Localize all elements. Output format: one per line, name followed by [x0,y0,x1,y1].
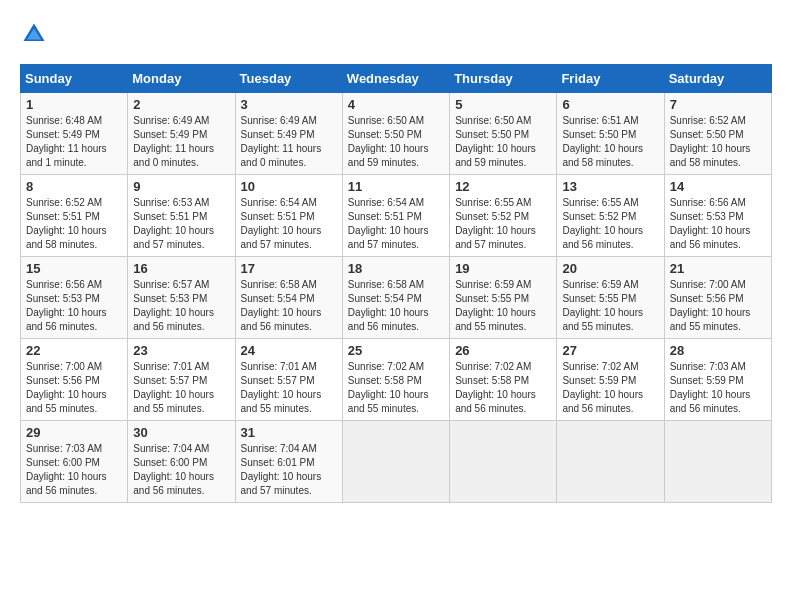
day-number: 12 [455,179,551,194]
day-info: Sunrise: 6:51 AM Sunset: 5:50 PM Dayligh… [562,114,658,170]
day-number: 23 [133,343,229,358]
day-number: 22 [26,343,122,358]
calendar-cell: 28 Sunrise: 7:03 AM Sunset: 5:59 PM Dayl… [664,339,771,421]
day-info: Sunrise: 6:54 AM Sunset: 5:51 PM Dayligh… [241,196,337,252]
day-info: Sunrise: 7:03 AM Sunset: 5:59 PM Dayligh… [670,360,766,416]
day-number: 2 [133,97,229,112]
calendar-cell: 3 Sunrise: 6:49 AM Sunset: 5:49 PM Dayli… [235,93,342,175]
calendar-cell: 17 Sunrise: 6:58 AM Sunset: 5:54 PM Dayl… [235,257,342,339]
calendar-cell: 4 Sunrise: 6:50 AM Sunset: 5:50 PM Dayli… [342,93,449,175]
day-number: 25 [348,343,444,358]
calendar-cell: 1 Sunrise: 6:48 AM Sunset: 5:49 PM Dayli… [21,93,128,175]
day-info: Sunrise: 6:57 AM Sunset: 5:53 PM Dayligh… [133,278,229,334]
day-info: Sunrise: 7:02 AM Sunset: 5:58 PM Dayligh… [348,360,444,416]
calendar-week-row: 29 Sunrise: 7:03 AM Sunset: 6:00 PM Dayl… [21,421,772,503]
calendar-cell: 20 Sunrise: 6:59 AM Sunset: 5:55 PM Dayl… [557,257,664,339]
day-info: Sunrise: 6:58 AM Sunset: 5:54 PM Dayligh… [241,278,337,334]
day-info: Sunrise: 6:55 AM Sunset: 5:52 PM Dayligh… [455,196,551,252]
day-number: 27 [562,343,658,358]
day-info: Sunrise: 6:56 AM Sunset: 5:53 PM Dayligh… [26,278,122,334]
day-info: Sunrise: 7:02 AM Sunset: 5:58 PM Dayligh… [455,360,551,416]
calendar-cell: 15 Sunrise: 6:56 AM Sunset: 5:53 PM Dayl… [21,257,128,339]
day-info: Sunrise: 7:01 AM Sunset: 5:57 PM Dayligh… [133,360,229,416]
day-number: 1 [26,97,122,112]
day-number: 11 [348,179,444,194]
day-info: Sunrise: 6:55 AM Sunset: 5:52 PM Dayligh… [562,196,658,252]
day-number: 19 [455,261,551,276]
calendar-cell [557,421,664,503]
calendar-cell: 12 Sunrise: 6:55 AM Sunset: 5:52 PM Dayl… [450,175,557,257]
calendar-header-row: SundayMondayTuesdayWednesdayThursdayFrid… [21,65,772,93]
calendar-cell: 16 Sunrise: 6:57 AM Sunset: 5:53 PM Dayl… [128,257,235,339]
day-info: Sunrise: 6:50 AM Sunset: 5:50 PM Dayligh… [455,114,551,170]
logo [20,20,52,48]
day-info: Sunrise: 6:49 AM Sunset: 5:49 PM Dayligh… [241,114,337,170]
day-number: 20 [562,261,658,276]
calendar-week-row: 1 Sunrise: 6:48 AM Sunset: 5:49 PM Dayli… [21,93,772,175]
calendar-cell [664,421,771,503]
calendar-cell: 29 Sunrise: 7:03 AM Sunset: 6:00 PM Dayl… [21,421,128,503]
day-header-sunday: Sunday [21,65,128,93]
calendar-week-row: 22 Sunrise: 7:00 AM Sunset: 5:56 PM Dayl… [21,339,772,421]
day-header-saturday: Saturday [664,65,771,93]
calendar-cell: 5 Sunrise: 6:50 AM Sunset: 5:50 PM Dayli… [450,93,557,175]
day-info: Sunrise: 6:56 AM Sunset: 5:53 PM Dayligh… [670,196,766,252]
calendar-cell: 27 Sunrise: 7:02 AM Sunset: 5:59 PM Dayl… [557,339,664,421]
day-number: 9 [133,179,229,194]
calendar-cell: 7 Sunrise: 6:52 AM Sunset: 5:50 PM Dayli… [664,93,771,175]
day-number: 14 [670,179,766,194]
calendar-cell: 2 Sunrise: 6:49 AM Sunset: 5:49 PM Dayli… [128,93,235,175]
day-number: 6 [562,97,658,112]
day-info: Sunrise: 7:03 AM Sunset: 6:00 PM Dayligh… [26,442,122,498]
day-info: Sunrise: 7:00 AM Sunset: 5:56 PM Dayligh… [670,278,766,334]
day-number: 7 [670,97,766,112]
calendar-cell: 18 Sunrise: 6:58 AM Sunset: 5:54 PM Dayl… [342,257,449,339]
day-header-wednesday: Wednesday [342,65,449,93]
calendar-week-row: 15 Sunrise: 6:56 AM Sunset: 5:53 PM Dayl… [21,257,772,339]
day-header-monday: Monday [128,65,235,93]
calendar-cell: 23 Sunrise: 7:01 AM Sunset: 5:57 PM Dayl… [128,339,235,421]
day-number: 3 [241,97,337,112]
logo-icon [20,20,48,48]
day-info: Sunrise: 6:48 AM Sunset: 5:49 PM Dayligh… [26,114,122,170]
calendar-cell: 25 Sunrise: 7:02 AM Sunset: 5:58 PM Dayl… [342,339,449,421]
day-number: 17 [241,261,337,276]
day-number: 29 [26,425,122,440]
calendar-cell: 11 Sunrise: 6:54 AM Sunset: 5:51 PM Dayl… [342,175,449,257]
day-info: Sunrise: 7:04 AM Sunset: 6:00 PM Dayligh… [133,442,229,498]
calendar-cell: 30 Sunrise: 7:04 AM Sunset: 6:00 PM Dayl… [128,421,235,503]
day-number: 28 [670,343,766,358]
calendar-cell: 26 Sunrise: 7:02 AM Sunset: 5:58 PM Dayl… [450,339,557,421]
calendar-week-row: 8 Sunrise: 6:52 AM Sunset: 5:51 PM Dayli… [21,175,772,257]
calendar-cell: 31 Sunrise: 7:04 AM Sunset: 6:01 PM Dayl… [235,421,342,503]
calendar-cell [450,421,557,503]
day-number: 30 [133,425,229,440]
day-info: Sunrise: 6:50 AM Sunset: 5:50 PM Dayligh… [348,114,444,170]
day-info: Sunrise: 6:59 AM Sunset: 5:55 PM Dayligh… [562,278,658,334]
day-info: Sunrise: 6:54 AM Sunset: 5:51 PM Dayligh… [348,196,444,252]
calendar-cell: 8 Sunrise: 6:52 AM Sunset: 5:51 PM Dayli… [21,175,128,257]
day-number: 10 [241,179,337,194]
day-info: Sunrise: 7:01 AM Sunset: 5:57 PM Dayligh… [241,360,337,416]
day-info: Sunrise: 7:04 AM Sunset: 6:01 PM Dayligh… [241,442,337,498]
day-number: 31 [241,425,337,440]
calendar-cell [342,421,449,503]
calendar-cell: 22 Sunrise: 7:00 AM Sunset: 5:56 PM Dayl… [21,339,128,421]
day-info: Sunrise: 6:58 AM Sunset: 5:54 PM Dayligh… [348,278,444,334]
day-number: 4 [348,97,444,112]
calendar-cell: 10 Sunrise: 6:54 AM Sunset: 5:51 PM Dayl… [235,175,342,257]
day-info: Sunrise: 6:53 AM Sunset: 5:51 PM Dayligh… [133,196,229,252]
day-header-friday: Friday [557,65,664,93]
day-info: Sunrise: 6:52 AM Sunset: 5:51 PM Dayligh… [26,196,122,252]
day-header-thursday: Thursday [450,65,557,93]
day-number: 26 [455,343,551,358]
day-info: Sunrise: 7:02 AM Sunset: 5:59 PM Dayligh… [562,360,658,416]
day-number: 13 [562,179,658,194]
day-number: 8 [26,179,122,194]
calendar-cell: 21 Sunrise: 7:00 AM Sunset: 5:56 PM Dayl… [664,257,771,339]
day-info: Sunrise: 6:49 AM Sunset: 5:49 PM Dayligh… [133,114,229,170]
day-info: Sunrise: 6:59 AM Sunset: 5:55 PM Dayligh… [455,278,551,334]
calendar-cell: 6 Sunrise: 6:51 AM Sunset: 5:50 PM Dayli… [557,93,664,175]
day-header-tuesday: Tuesday [235,65,342,93]
calendar-cell: 13 Sunrise: 6:55 AM Sunset: 5:52 PM Dayl… [557,175,664,257]
